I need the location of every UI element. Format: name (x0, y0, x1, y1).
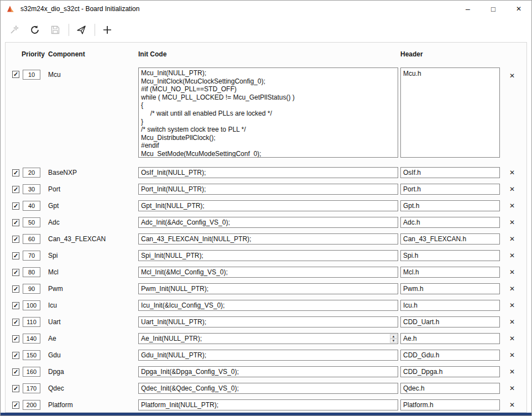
init-code-input[interactable]: Dpga_Init(&Dpga_Config_VS_0); (138, 366, 398, 377)
remove-row-button[interactable]: ✕ (505, 285, 519, 293)
component-label: Can_43_FLEXCAN (48, 235, 138, 243)
row-checkbox[interactable]: ✓ (12, 285, 19, 293)
init-code-input[interactable]: Icu_Init(&Icu_Config_VS_0); (138, 300, 398, 311)
remove-row-button[interactable]: ✕ (505, 401, 519, 409)
row-checkbox[interactable]: ✓ (12, 368, 19, 376)
init-code-input[interactable]: Mcl_Init(&Mcl_Config_VS_0); (138, 267, 398, 278)
header-input[interactable]: CDD_Dpga.h (400, 366, 500, 377)
remove-row-button[interactable]: ✕ (505, 72, 519, 80)
remove-row-button[interactable]: ✕ (505, 268, 519, 276)
header-input[interactable]: Spi.h (400, 250, 500, 261)
remove-row-button[interactable]: ✕ (505, 384, 519, 392)
navigate-icon[interactable] (74, 23, 88, 37)
priority-input[interactable]: 200 (23, 400, 40, 410)
init-code-input[interactable]: Qdec_Init(&Qdec_Config_VS_0); (138, 383, 398, 394)
save-icon[interactable] (48, 23, 62, 37)
header-input[interactable]: Gpt.h (400, 200, 500, 211)
init-code-input[interactable]: Adc_Init(&Adc_Config_VS_0); (138, 217, 398, 228)
init-code-input[interactable]: Can_43_FLEXCAN_Init(NULL_PTR); (138, 233, 398, 245)
row-checkbox[interactable]: ✓ (12, 319, 19, 326)
remove-row-button[interactable]: ✕ (505, 301, 519, 309)
stepper: ▲ ▼ (390, 334, 397, 343)
header-input[interactable]: Can_43_FLEXCAN.h (400, 233, 500, 245)
init-code-input[interactable]: Uart_Init(NULL_PTR); (138, 316, 398, 327)
row-checkbox[interactable]: ✓ (12, 385, 19, 392)
header-input[interactable]: Adc.h (400, 217, 500, 228)
remove-row-button[interactable]: ✕ (505, 202, 519, 210)
remove-row-button[interactable]: ✕ (505, 185, 519, 193)
init-code-input[interactable]: Pwm_Init(NULL_PTR); (138, 283, 398, 294)
header-input[interactable]: Platform.h (400, 399, 500, 410)
row-checkbox[interactable]: ✓ (12, 202, 19, 210)
init-code-text: Dpga_Init(&Dpga_Config_VS_0); (141, 368, 239, 376)
header-input[interactable]: Mcl.h (400, 267, 500, 278)
row-checkbox[interactable]: ✓ (12, 252, 19, 259)
stepper-up-icon[interactable]: ▲ (390, 334, 397, 339)
component-label: BaseNXP (48, 169, 138, 176)
remove-row-button[interactable]: ✕ (505, 235, 519, 243)
init-code-input[interactable]: Port_Init(NULL_PTR); (138, 184, 398, 195)
init-code-input[interactable]: OsIf_Init(NULL_PTR); (138, 167, 398, 178)
stepper-down-icon[interactable]: ▼ (390, 339, 397, 343)
priority-input[interactable]: 110 (23, 317, 40, 327)
priority-input[interactable]: 140 (23, 334, 40, 344)
header-input[interactable]: CDD_Gdu.h (400, 350, 500, 361)
priority-input[interactable]: 90 (23, 284, 40, 294)
row-checkbox[interactable]: ✓ (12, 71, 19, 78)
header-input[interactable]: Port.h (400, 184, 500, 195)
pin-icon[interactable] (7, 23, 22, 37)
row-checkbox[interactable]: ✓ (12, 236, 19, 243)
row-checkbox[interactable]: ✓ (12, 269, 19, 276)
header-input[interactable]: Qdec.h (400, 383, 500, 394)
remove-row-button[interactable]: ✕ (505, 318, 519, 326)
init-code-input[interactable]: Gpt_Init(NULL_PTR); (138, 200, 398, 211)
minimize-button[interactable]: – (455, 1, 481, 17)
init-code-input[interactable]: Platform_Init(NULL_PTR); (138, 399, 398, 410)
header-input[interactable]: Ae.h (400, 333, 500, 344)
priority-input[interactable]: 20 (23, 168, 40, 178)
maximize-button[interactable]: □ (481, 1, 506, 17)
row-checkbox[interactable]: ✓ (12, 302, 19, 309)
priority-input[interactable]: 30 (23, 184, 40, 194)
priority-input[interactable]: 50 (23, 217, 40, 227)
remove-row-button[interactable]: ✕ (505, 351, 519, 359)
remove-row-button[interactable]: ✕ (505, 368, 519, 376)
component-label: Gdu (48, 351, 138, 359)
init-code-column-header: Init Code (138, 50, 400, 65)
priority-input[interactable]: 10 (23, 70, 40, 80)
remove-row-button[interactable]: ✕ (505, 252, 519, 259)
init-code-input[interactable]: Mcu_Init(NULL_PTR); Mcu_InitClock(McuClo… (138, 67, 398, 158)
priority-input[interactable]: 150 (23, 350, 40, 360)
header-input[interactable]: Mcu.h (400, 67, 500, 158)
init-code-text: Can_43_FLEXCAN_Init(NULL_PTR); (141, 235, 251, 243)
init-code-input[interactable]: Gdu_Init(NULL_PTR); (138, 350, 398, 361)
init-code-input[interactable]: Ae_Init(NULL_PTR); ▲ ▼ (138, 333, 398, 344)
header-input[interactable]: CDD_Uart.h (400, 316, 500, 327)
row-checkbox[interactable]: ✓ (12, 335, 19, 342)
header-input[interactable]: Icu.h (400, 300, 500, 311)
remove-row-button[interactable]: ✕ (505, 335, 519, 342)
row-checkbox[interactable]: ✓ (12, 186, 19, 193)
header-column-header: Header (400, 50, 526, 65)
priority-input[interactable]: 80 (23, 267, 40, 277)
row-checkbox[interactable]: ✓ (12, 352, 19, 359)
remove-row-button[interactable]: ✕ (505, 169, 519, 176)
row-checkbox[interactable]: ✓ (12, 402, 19, 409)
row-checkbox[interactable]: ✓ (12, 169, 19, 176)
init-code-input[interactable]: Spi_Init(NULL_PTR); (138, 250, 398, 261)
remove-row-button[interactable]: ✕ (505, 219, 519, 226)
priority-input[interactable]: 40 (23, 201, 40, 211)
priority-input[interactable]: 170 (23, 383, 40, 393)
add-icon[interactable] (100, 23, 114, 37)
priority-input[interactable]: 70 (23, 251, 40, 261)
header-input[interactable]: Pwm.h (400, 283, 500, 294)
priority-input[interactable]: 60 (23, 234, 40, 244)
priority-input[interactable]: 160 (23, 367, 40, 377)
priority-input[interactable]: 100 (23, 300, 40, 310)
init-code-text: Mcu_Init(NULL_PTR); Mcu_InitClock(McuClo… (141, 69, 295, 158)
row-checkbox[interactable]: ✓ (12, 219, 19, 226)
refresh-icon[interactable] (28, 23, 42, 37)
header-input[interactable]: OsIf.h (400, 167, 500, 178)
table-row: ✓ 30 Port Port_Init(NULL_PTR); Port.h ✕ (6, 181, 526, 197)
close-button[interactable]: ✕ (506, 1, 531, 17)
